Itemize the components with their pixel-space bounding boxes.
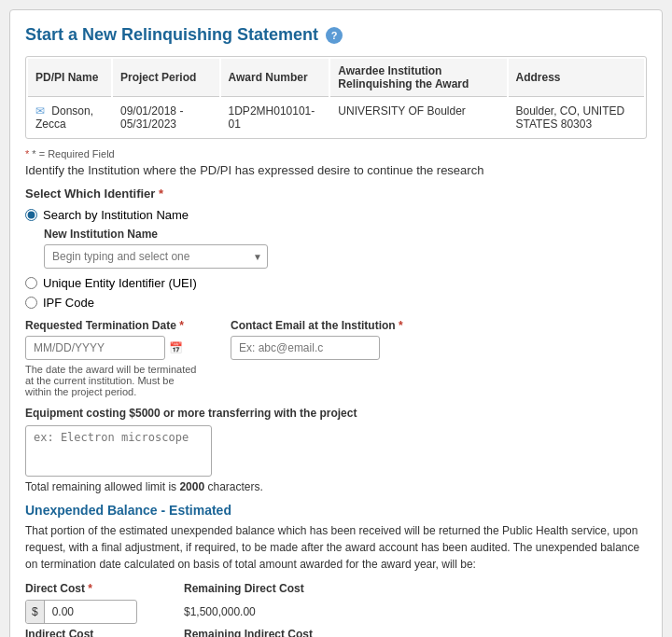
indirect-cost-label: Indirect Cost: [25, 628, 156, 637]
termination-email-row: Requested Termination Date * 📅 The date …: [25, 319, 647, 397]
required-field-note: * * = Required Field: [25, 148, 647, 159]
indirect-cost-row: Indirect Cost $ Remaining Indirect Cost …: [25, 628, 647, 637]
pdpi-name-cell: ✉ Donson, Zecca: [28, 99, 111, 136]
new-institution-subsection: New Institution Name ▼: [44, 228, 647, 269]
radio-group-identifier: Search by Institution Name New Instituti…: [25, 208, 647, 310]
termination-col: Requested Termination Date * 📅 The date …: [25, 319, 203, 397]
remaining-direct-col: Remaining Direct Cost $1,500,000.00: [184, 582, 647, 618]
direct-cost-col: Direct Cost * $: [25, 582, 156, 624]
unexpended-title: Unexpended Balance - Estimated: [25, 503, 647, 518]
contact-email-col: Contact Email at the Institution *: [231, 319, 647, 397]
termination-note: The date the award will be terminated at…: [25, 364, 203, 397]
direct-cost-row: Direct Cost * $ Remaining Direct Cost $1…: [25, 582, 647, 624]
costs-section: Direct Cost * $ Remaining Direct Cost $1…: [25, 582, 647, 637]
equipment-label: Equipment costing $5000 or more transfer…: [25, 407, 647, 420]
contact-email-input[interactable]: [231, 336, 380, 360]
help-icon[interactable]: ?: [326, 27, 343, 44]
project-period-cell: 09/01/2018 - 05/31/2023: [113, 99, 219, 136]
unexpended-description: That portion of the estimated unexpended…: [25, 522, 647, 573]
direct-cost-input[interactable]: [45, 601, 119, 623]
termination-label: Requested Termination Date *: [25, 319, 203, 332]
remaining-direct-value: $1,500,000.00: [184, 600, 647, 618]
dollar-sign-direct: $: [26, 601, 45, 623]
col-pdpi: PD/PI Name: [28, 59, 111, 97]
page-title: Start a New Relinquishing Statement: [25, 25, 318, 45]
indirect-cost-col: Indirect Cost $: [25, 628, 156, 637]
calendar-icon[interactable]: 📅: [169, 341, 183, 354]
instruction-text: Identify the Institution where the PD/PI…: [25, 163, 647, 177]
radio-option-uei: Unique Entity Identifier (UEI): [25, 276, 647, 290]
equipment-textarea[interactable]: [25, 425, 212, 477]
radio-option-ipf: IPF Code: [25, 296, 647, 310]
radio-uei[interactable]: [25, 277, 37, 289]
equipment-section: Equipment costing $5000 or more transfer…: [25, 407, 647, 493]
col-institution: Awardee Institution Relinquishing the Aw…: [330, 59, 506, 97]
institution-cell: UNIVERSITY OF Boulder: [330, 99, 506, 136]
remaining-direct-label: Remaining Direct Cost: [184, 582, 647, 595]
remaining-indirect-label: Remaining Indirect Cost: [184, 628, 647, 637]
col-period: Project Period: [113, 59, 219, 97]
award-number-cell: 1DP2MH010101-01: [221, 99, 329, 136]
page-title-area: Start a New Relinquishing Statement ?: [25, 25, 647, 45]
email-icon: ✉: [35, 104, 45, 118]
new-institution-label: New Institution Name: [44, 228, 647, 241]
identifier-section-label: Select Which Identifier *: [25, 187, 647, 201]
radio-label-search: Search by Institution Name: [43, 208, 189, 222]
radio-option-search: Search by Institution Name: [25, 208, 647, 222]
remaining-indirect-col: Remaining Indirect Cost $810,000.00: [184, 628, 647, 637]
contact-email-label: Contact Email at the Institution *: [231, 319, 647, 332]
page-container: Start a New Relinquishing Statement ? PD…: [9, 9, 663, 637]
direct-cost-input-wrapper: $: [25, 600, 137, 624]
institution-dropdown-wrapper: ▼: [44, 244, 268, 269]
char-limit-value: 2000: [179, 480, 204, 493]
date-wrapper: 📅: [25, 336, 203, 360]
radio-search-by-name[interactable]: [25, 209, 37, 221]
institution-name-input[interactable]: [44, 244, 268, 269]
col-award: Award Number: [221, 59, 329, 97]
info-table: PD/PI Name Project Period Award Number A…: [25, 56, 647, 139]
radio-label-uei: Unique Entity Identifier (UEI): [43, 276, 197, 290]
direct-cost-label: Direct Cost *: [25, 582, 156, 595]
address-cell: Boulder, CO, UNITED STATES 80303: [509, 99, 645, 136]
col-address: Address: [509, 59, 645, 97]
termination-date-input[interactable]: [25, 336, 165, 360]
radio-label-ipf: IPF Code: [43, 296, 94, 310]
radio-ipf[interactable]: [25, 297, 37, 309]
char-limit-text: Total remaining allowed limit is 2000 ch…: [25, 480, 647, 493]
